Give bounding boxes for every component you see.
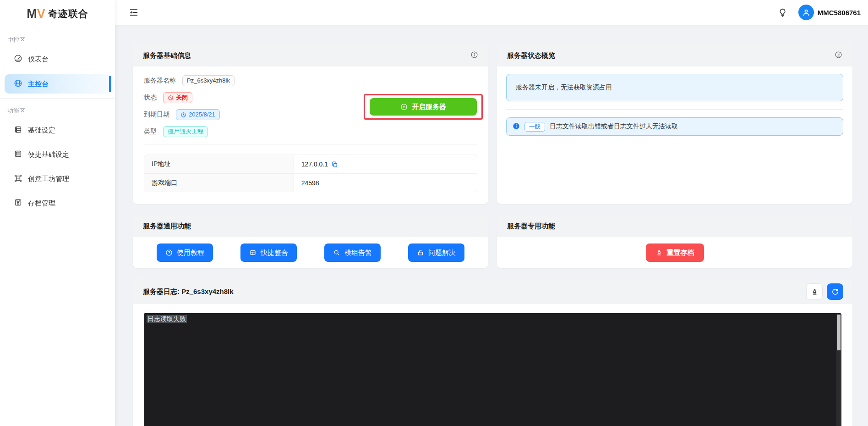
- port-value: 24598: [301, 179, 319, 187]
- blocks-icon: [249, 249, 257, 256]
- annotation-highlight: 开启服务器: [364, 94, 483, 120]
- special-functions-header: 服务器专用功能: [497, 215, 852, 237]
- card-title: 服务器专用功能: [507, 222, 555, 231]
- server-name-tag: Pz_6s3xy4zh8lk: [182, 75, 235, 86]
- server-type-row: 类型 僵尸毁灭工程: [144, 126, 477, 138]
- unlock-icon: [417, 249, 424, 256]
- sidebar-item-quick-settings[interactable]: 便捷基础设定: [5, 145, 111, 164]
- start-server-button[interactable]: 开启服务器: [370, 98, 477, 116]
- username[interactable]: MMC5806761: [818, 9, 861, 17]
- sidebar-item-label: 存档管理: [28, 199, 55, 208]
- expire-label: 到期日期: [144, 111, 169, 119]
- ip-value: 127.0.0.1: [301, 160, 328, 168]
- sidebar-item-label: 基础设定: [28, 126, 55, 135]
- special-functions-card: 服务器专用功能 重置存档: [497, 215, 852, 268]
- clear-log-button[interactable]: [806, 283, 823, 300]
- sidebar-item-basic-settings[interactable]: 基础设定: [5, 121, 111, 139]
- server-log-card: 服务器日志: Pz_6s3xy4zh8lk: [133, 279, 852, 426]
- quick-integration-button[interactable]: 快捷整合: [240, 243, 297, 262]
- sidebar-item-console[interactable]: 主控台: [5, 74, 111, 94]
- sidebar-item-label: 仪表台: [28, 55, 49, 64]
- log-warning-text: 日志文件读取出错或者日志文件过大无法读取: [550, 122, 678, 131]
- prohibit-icon: [168, 95, 174, 101]
- copy-icon[interactable]: [331, 161, 338, 168]
- broom-icon: [811, 288, 819, 296]
- info-filled-icon: [513, 122, 520, 131]
- server-rack-icon: [14, 125, 22, 135]
- table-row-ip: IP地址 127.0.0.1: [144, 155, 477, 173]
- gauge-icon: [14, 54, 22, 64]
- server-info-card: 服务器基础信息 服务器名称 Pz_6s3xy4zh8lk 状态: [133, 44, 488, 204]
- server-status-card: 服务器状态概览 服务器未开启，无法获取资源占用: [497, 44, 852, 204]
- server-name-label: 服务器名称: [144, 77, 176, 85]
- sidebar: M V 奇迹联合 中控区 仪表台 主控台 功能区 基础设定: [0, 0, 115, 426]
- refresh-icon: [831, 288, 839, 296]
- status-label: 状态: [144, 94, 157, 102]
- workshop-icon: [14, 174, 22, 184]
- info-circle-icon[interactable]: [470, 51, 478, 61]
- theme-bulb-icon[interactable]: [778, 8, 787, 17]
- user-avatar[interactable]: [798, 5, 814, 20]
- card-title: 服务器状态概览: [507, 51, 555, 60]
- status-tag: 关闭: [163, 92, 192, 103]
- sidebar-item-label: 主控台: [28, 80, 49, 89]
- clock-icon: [180, 112, 186, 118]
- expire-tag: 2025/8/21: [176, 109, 220, 120]
- problem-solve-button[interactable]: 问题解决: [408, 243, 464, 262]
- tutorial-button[interactable]: 使用教程: [157, 243, 213, 262]
- question-circle-icon: [165, 249, 173, 256]
- type-label: 类型: [144, 127, 157, 136]
- mod-alert-button[interactable]: 模组告警: [324, 243, 381, 262]
- sidebar-item-archive[interactable]: 存档管理: [5, 194, 111, 212]
- status-alert: 服务器未开启，无法获取资源占用: [506, 74, 843, 101]
- user-icon: [802, 8, 811, 17]
- list-settings-icon: [14, 149, 22, 160]
- server-status-header: 服务器状态概览: [497, 44, 852, 66]
- log-title: 服务器日志: Pz_6s3xy4zh8lk: [143, 288, 234, 296]
- app-logo: M V 奇迹联合: [0, 0, 115, 28]
- server-log-header: 服务器日志: Pz_6s3xy4zh8lk: [133, 279, 852, 304]
- log-warning-alert: 一般 日志文件读取出错或者日志文件过大无法读取: [506, 117, 843, 136]
- connection-table: IP地址 127.0.0.1 游戏端口: [144, 155, 477, 192]
- status-alert-text: 服务器未开启，无法获取资源占用: [516, 83, 612, 92]
- menu-fold-icon[interactable]: [129, 7, 139, 17]
- logo-mark-v: V: [37, 7, 45, 21]
- main-content: 服务器基础信息 服务器名称 Pz_6s3xy4zh8lk 状态: [115, 25, 868, 426]
- server-name-row: 服务器名称 Pz_6s3xy4zh8lk: [144, 75, 477, 87]
- gauge-icon: [835, 51, 842, 61]
- ip-key: IP地址: [144, 155, 294, 173]
- divider: [506, 109, 843, 110]
- server-info-header: 服务器基础信息: [133, 44, 488, 66]
- globe-icon: [14, 79, 22, 89]
- common-functions-card: 服务器通用功能 使用教程 快捷整合: [133, 215, 488, 268]
- port-key: 游戏端口: [144, 174, 294, 192]
- terminal-scrollbar-thumb[interactable]: [837, 315, 841, 350]
- table-row-port: 游戏端口 24598: [144, 173, 477, 192]
- magnifier-icon: [333, 249, 340, 256]
- broom-icon: [655, 249, 663, 256]
- sidebar-divider: [0, 98, 115, 99]
- sidebar-section-function: 功能区: [7, 107, 115, 115]
- play-circle-icon: [400, 103, 408, 111]
- log-terminal: 日志读取失败: [144, 313, 841, 426]
- log-line: 日志读取失败: [147, 315, 187, 323]
- sidebar-item-label: 便捷基础设定: [28, 150, 69, 159]
- sidebar-item-label: 创意工坊管理: [28, 175, 69, 183]
- topbar: MMC5806761: [115, 0, 868, 25]
- logo-name: 奇迹联合: [48, 7, 88, 20]
- sidebar-item-dashboard[interactable]: 仪表台: [5, 50, 111, 69]
- refresh-log-button[interactable]: [827, 283, 843, 300]
- logo-mark-m: M: [27, 7, 36, 21]
- save-icon: [14, 198, 22, 208]
- terminal-scrollbar: [836, 314, 841, 426]
- sidebar-section-control: 中控区: [7, 36, 115, 44]
- reset-archive-button[interactable]: 重置存档: [646, 243, 704, 262]
- card-title: 服务器通用功能: [143, 222, 191, 231]
- type-tag: 僵尸毁灭工程: [163, 126, 208, 137]
- severity-tag: 一般: [524, 122, 545, 132]
- divider: [144, 144, 477, 144]
- common-functions-header: 服务器通用功能: [133, 215, 488, 237]
- card-title: 服务器基础信息: [143, 51, 191, 60]
- sidebar-item-workshop[interactable]: 创意工坊管理: [5, 170, 111, 188]
